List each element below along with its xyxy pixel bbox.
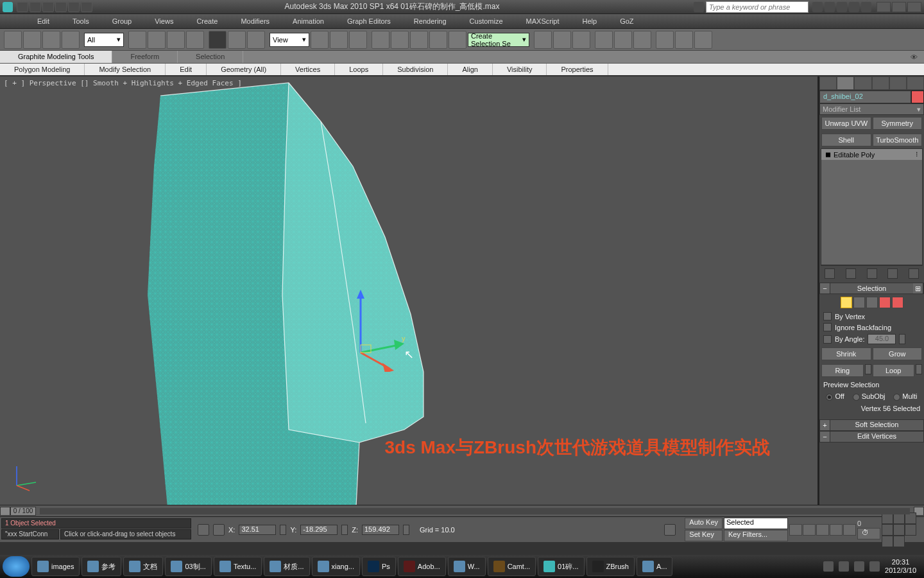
named-selection-dropdown[interactable]: Create Selection Se▾ <box>468 33 529 47</box>
group-loops[interactable]: Loops <box>335 64 383 75</box>
prev-frame-icon[interactable] <box>803 524 816 536</box>
abs-rel-icon[interactable] <box>213 524 225 536</box>
redo-button[interactable] <box>23 31 41 49</box>
unlink-button[interactable] <box>62 31 80 49</box>
select-name-button[interactable] <box>148 31 166 49</box>
task-item[interactable]: 文档 <box>123 557 163 576</box>
tab-utilities-icon[interactable] <box>907 76 924 90</box>
menu-customize[interactable]: Customize <box>458 15 515 28</box>
rollout-selection[interactable]: −Selection⊞ <box>819 283 924 294</box>
menu-edit[interactable]: Edit <box>26 15 61 28</box>
task-item[interactable]: ZBrush <box>586 557 635 576</box>
coord-x-spin[interactable] <box>280 525 286 535</box>
coord-x-input[interactable]: 32.51 <box>239 525 276 535</box>
snap-button[interactable] <box>372 31 389 49</box>
menu-help[interactable]: Help <box>571 15 609 28</box>
tab-freeform[interactable]: Freeform <box>112 51 178 63</box>
clock[interactable]: 20:312012/3/10 <box>885 558 916 575</box>
orbit-icon[interactable] <box>905 524 916 536</box>
maximize-viewport-icon[interactable] <box>882 536 893 547</box>
coord-y-input[interactable]: -18.295 <box>300 525 338 535</box>
coord-z-spin[interactable] <box>403 525 409 535</box>
window-crossing-button[interactable] <box>186 31 204 49</box>
maxscript-mini-listener[interactable]: "xxx StartConn <box>1 529 59 539</box>
task-item[interactable]: 材质... <box>264 557 309 576</box>
tab-selection[interactable]: Selection <box>178 51 243 63</box>
object-color-swatch[interactable] <box>911 91 924 103</box>
maximize-button[interactable] <box>892 2 906 12</box>
loop-button[interactable]: Loop <box>873 364 915 377</box>
task-item[interactable]: images <box>31 557 80 576</box>
start-button[interactable] <box>3 556 30 577</box>
tab-hierarchy-icon[interactable] <box>854 76 871 90</box>
time-tag-icon[interactable] <box>664 524 676 536</box>
group-visibility[interactable]: Visibility <box>493 64 547 75</box>
menu-maxscript[interactable]: MAXScript <box>515 15 571 28</box>
subscription-icon[interactable] <box>825 2 835 12</box>
search-go-icon[interactable] <box>812 2 823 12</box>
tray-icon[interactable] <box>823 561 834 572</box>
select-rect-button[interactable] <box>167 31 185 49</box>
rollout-edit-vertices[interactable]: −Edit Vertices <box>819 431 924 442</box>
tray-icon[interactable] <box>839 561 849 572</box>
manipulate-button[interactable] <box>330 31 348 49</box>
preview-multi-radio[interactable]: Multi <box>893 392 917 401</box>
menu-goz[interactable]: GoZ <box>608 15 645 28</box>
task-item[interactable]: Camt... <box>488 557 536 576</box>
menu-views[interactable]: Views <box>143 15 185 28</box>
tray-icon[interactable] <box>854 561 864 572</box>
spinner-snap-button[interactable] <box>429 31 447 49</box>
render-button[interactable] <box>694 31 712 49</box>
coord-y-spin[interactable] <box>341 525 348 535</box>
object-name-field[interactable]: d_shiibei_02 <box>819 91 911 103</box>
task-item[interactable]: Adob... <box>398 557 446 576</box>
tab-modify-icon[interactable] <box>837 76 854 90</box>
task-item[interactable]: 03制... <box>165 557 211 576</box>
scale-button[interactable] <box>247 31 265 49</box>
rendered-frame-button[interactable] <box>675 31 693 49</box>
close-button[interactable] <box>907 2 921 12</box>
time-track[interactable] <box>40 508 910 514</box>
move-gizmo[interactable]: zy <box>335 288 406 372</box>
select-button[interactable] <box>128 31 146 49</box>
make-unique-icon[interactable] <box>867 268 877 279</box>
group-edit[interactable]: Edit <box>166 64 207 75</box>
menu-tools[interactable]: Tools <box>61 15 101 28</box>
group-subdivision[interactable]: Subdivision <box>383 64 448 75</box>
key-filters-dropdown[interactable]: Selected <box>724 518 788 529</box>
remove-modifier-icon[interactable] <box>887 268 898 279</box>
redo-icon[interactable] <box>68 2 80 12</box>
group-geometry-all[interactable]: Geometry (All) <box>207 64 281 75</box>
shrink-button[interactable]: Shrink <box>821 347 871 360</box>
pivot-button[interactable] <box>311 31 329 49</box>
qat-more-icon[interactable] <box>81 2 92 12</box>
task-item[interactable]: W... <box>448 557 486 576</box>
task-item[interactable]: xiang... <box>312 557 360 576</box>
ring-button[interactable]: Ring <box>821 364 864 377</box>
preview-off-radio[interactable]: Off <box>826 392 844 401</box>
group-vertices[interactable]: Vertices <box>281 64 335 75</box>
layer-button[interactable] <box>572 31 590 49</box>
tab-graphite[interactable]: Graphite Modeling Tools <box>0 51 112 63</box>
coord-z-input[interactable]: 159.492 <box>362 525 399 535</box>
undo-icon[interactable] <box>55 2 67 12</box>
rotate-button[interactable] <box>228 31 246 49</box>
grow-button[interactable]: Grow <box>873 347 923 360</box>
viewport-perspective[interactable]: [ + ] Perspective [] Smooth + Highlights… <box>0 76 819 505</box>
loop-spinner[interactable] <box>916 364 922 374</box>
preview-subobj-radio[interactable]: SubObj <box>853 392 886 401</box>
subobj-vertex-icon[interactable] <box>841 297 852 308</box>
link-button[interactable] <box>42 31 60 49</box>
angle-snap-button[interactable] <box>391 31 409 49</box>
configure-sets-icon[interactable] <box>909 268 919 279</box>
ignore-backfacing-checkbox[interactable] <box>823 323 832 331</box>
time-config-button[interactable]: ⏱ <box>857 528 880 539</box>
subobj-border-icon[interactable] <box>866 297 878 308</box>
subobj-polygon-icon[interactable] <box>879 297 891 308</box>
modifier-list-dropdown[interactable]: Modifier List▾ <box>819 103 924 115</box>
tab-create-icon[interactable] <box>819 76 837 90</box>
search-input[interactable] <box>706 1 809 13</box>
set-key-button[interactable]: Set Key <box>685 530 723 541</box>
by-angle-checkbox[interactable] <box>823 335 832 344</box>
menu-group[interactable]: Group <box>101 15 144 28</box>
